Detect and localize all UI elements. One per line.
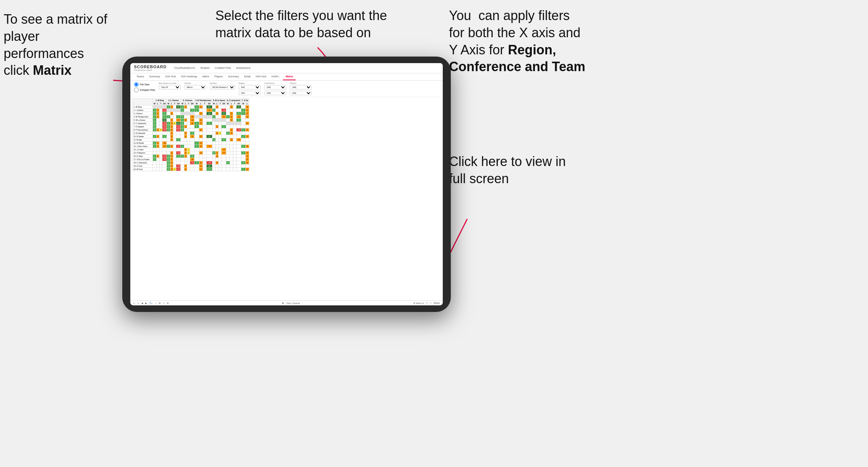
cell-w <box>195 158 199 161</box>
cell-dif <box>190 125 195 128</box>
cell-w: 1 <box>241 167 245 171</box>
cell-t <box>187 115 190 118</box>
cell-t <box>173 105 176 108</box>
cell-t <box>159 121 162 125</box>
cell-dif: 15 <box>162 118 166 121</box>
tab-h2h-grid[interactable]: H2H Grid <box>163 73 178 80</box>
cell-w: 1 <box>212 138 216 141</box>
conference-select-1[interactable]: (All) <box>264 85 286 89</box>
cell-l: 1 <box>156 108 159 112</box>
table-row: 6. C Lamprecht2-19241241-61161 <box>133 121 249 125</box>
header-3-j-koivun: 3. J Koivun <box>181 99 195 102</box>
cell-t <box>159 108 162 112</box>
cell-w <box>226 112 230 115</box>
cell-w <box>241 121 245 125</box>
cell-dif <box>162 167 166 171</box>
cell-dif: -15 <box>176 125 180 128</box>
cell-t <box>187 158 190 161</box>
cell-dif <box>176 141 180 144</box>
cell-t: 1 <box>187 148 190 151</box>
cell-t <box>159 158 162 161</box>
tab-summary[interactable]: Summary <box>147 73 163 80</box>
player-name-cell: 11. M Ege <box>133 138 153 141</box>
tab-h2hh[interactable]: H2HH... <box>269 73 283 80</box>
cell-w <box>212 105 216 108</box>
max-players-select[interactable]: Top 25 <box>159 85 181 89</box>
cell-w <box>212 154 216 158</box>
watch-button[interactable]: 👁 Watch ▾ <box>413 302 424 304</box>
screen-icon[interactable]: ⛶ <box>426 302 428 304</box>
cell-l <box>230 125 233 128</box>
sh-dif: Dif <box>176 102 180 105</box>
gender-select[interactable]: Men's <box>184 85 206 89</box>
cell-t <box>159 112 162 115</box>
region-select-1[interactable]: N/A <box>239 85 261 89</box>
cell-dif: 9 <box>190 131 195 135</box>
cell-t <box>159 141 162 144</box>
nav-rankings[interactable]: RANKINGS <box>236 66 250 70</box>
home-icon[interactable]: ⌂ <box>155 302 157 304</box>
players-select-2[interactable]: (All) <box>290 91 312 95</box>
tab-players[interactable]: Players <box>212 73 225 80</box>
redo-icon[interactable]: ↪ <box>137 302 139 304</box>
sh-l: L <box>184 102 187 105</box>
tab-detail[interactable]: Detail <box>241 73 253 80</box>
zoom-in-icon[interactable]: ⊞ <box>159 302 161 304</box>
nav-tournaments[interactable]: TOURNAMENTS <box>174 66 195 70</box>
cell-w <box>241 154 245 158</box>
logo-sub: Powered by clippd <box>134 69 166 72</box>
tab-h2h-grid2[interactable]: H2H Grid <box>253 73 269 80</box>
cell-l: 2 <box>170 154 173 158</box>
cell-dif: -8 <box>190 158 195 161</box>
cell-l: 1 <box>230 131 233 135</box>
cell-w: 2 <box>167 128 170 131</box>
tab-matrix-players[interactable]: Matrix <box>200 73 212 80</box>
cell-w <box>241 138 245 141</box>
tab-teams[interactable]: Teams <box>134 73 147 80</box>
cell-w <box>212 125 216 128</box>
cell-l: 1 <box>245 121 249 125</box>
cell-w <box>181 135 184 138</box>
forward-icon[interactable]: ▶ <box>145 302 147 304</box>
sh-dif: Dif <box>222 102 226 105</box>
players-select-1[interactable]: (All) <box>290 85 312 89</box>
cell-dif: 11 <box>176 105 180 108</box>
conference-select-2[interactable]: (All) <box>264 91 286 95</box>
cell-l <box>216 158 219 161</box>
cell-l <box>230 144 233 148</box>
cell-w <box>226 148 230 151</box>
cell-l: 4 <box>216 112 219 115</box>
nav-committee[interactable]: COMMITTEE <box>215 66 231 70</box>
cell-l: 1 <box>216 154 219 158</box>
cell-l: 1 <box>184 164 187 167</box>
matrix-container[interactable]: 1. W Ding 2. L Clanton 3. J Koivun 4. M … <box>130 97 443 300</box>
tab-matrix-active[interactable]: Matrix <box>283 73 296 80</box>
zoom-out-icon[interactable]: 🔍− <box>149 302 153 304</box>
cell-l <box>216 148 219 151</box>
cell-dif: 3 <box>236 112 241 115</box>
share-button[interactable]: Share <box>434 302 440 304</box>
cell-l <box>199 158 203 161</box>
player-name-cell: 17. S De La Fuente <box>133 158 153 161</box>
cell-t <box>233 141 236 144</box>
full-view-radio[interactable]: Full View <box>134 82 155 87</box>
cell-l: 1 <box>245 115 249 118</box>
cell-dif <box>207 158 212 161</box>
fit-icon[interactable]: ⤢ <box>163 302 165 304</box>
undo-icon[interactable]: ↩ <box>133 302 135 304</box>
back-icon[interactable]: ◀ <box>141 302 143 304</box>
cell-w <box>226 105 230 108</box>
region-select-2[interactable]: N/A <box>239 91 261 95</box>
share-network-icon[interactable]: ⤴ <box>430 302 431 304</box>
cell-l <box>216 115 219 118</box>
tab-summary2[interactable]: Summary <box>226 73 242 80</box>
tab-h2h-heatmap[interactable]: H2H Heatmap <box>178 73 200 80</box>
cell-l: 1 <box>199 128 203 131</box>
nav-teams[interactable]: TEAMS <box>200 66 210 70</box>
compact-view-radio[interactable]: Compact View <box>134 88 155 92</box>
settings-icon[interactable]: ⚙ <box>167 302 169 304</box>
table-row: 12. M Riedel11-611 <box>133 141 249 144</box>
cell-l <box>156 118 159 121</box>
division-select[interactable]: NCAA Division I <box>210 85 235 89</box>
cell-w: 1 <box>181 144 184 148</box>
